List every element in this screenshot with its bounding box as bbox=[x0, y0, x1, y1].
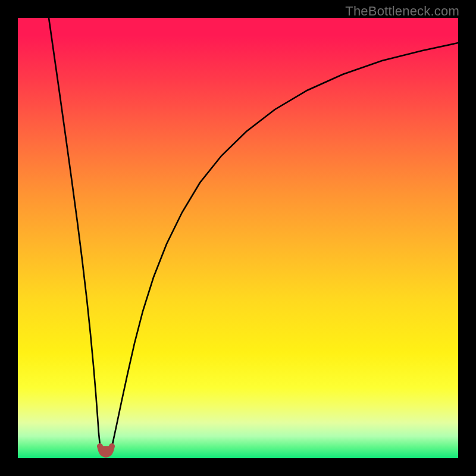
dip-marker bbox=[100, 446, 112, 455]
plot-area bbox=[18, 18, 458, 458]
curve-left-arm bbox=[49, 18, 101, 452]
watermark-text: TheBottleneck.com bbox=[345, 4, 459, 19]
curve-layer bbox=[18, 18, 458, 458]
curve-right-arm bbox=[111, 43, 458, 452]
chart-frame: TheBottleneck.com bbox=[0, 0, 476, 476]
